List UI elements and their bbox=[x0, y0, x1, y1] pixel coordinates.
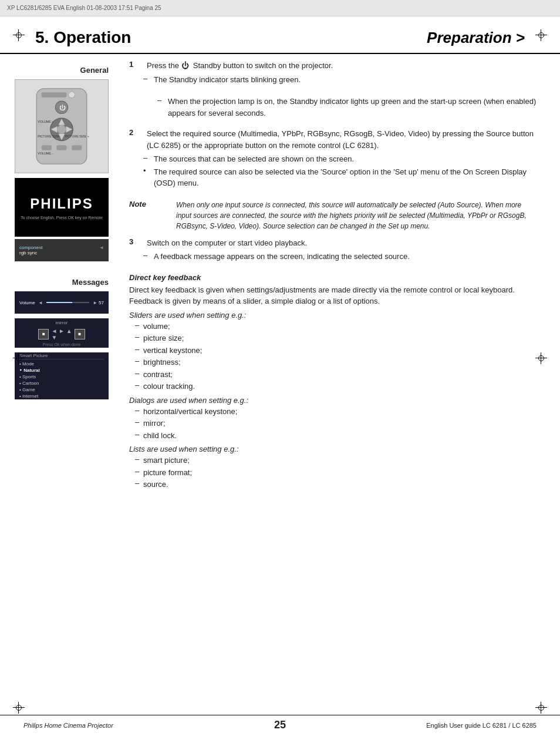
slider-dash-0: – bbox=[135, 321, 143, 330]
lamp-dash: – When the projection lamp is on, the St… bbox=[157, 96, 537, 119]
dialog-icon-1: ■ bbox=[38, 329, 49, 339]
step2-dash-sym1: – bbox=[143, 153, 154, 162]
step2-bullet-sym: • bbox=[143, 166, 154, 175]
source-screen: component ◄ rgb sync bbox=[15, 239, 109, 261]
svg-point-10 bbox=[58, 125, 66, 134]
top-header: XP LC6281/6285 EVA English 01-08-2003 17… bbox=[0, 0, 560, 16]
dialog-dash-1: – bbox=[135, 418, 143, 426]
slider-bar: Volume ◄ ► 57 bbox=[19, 300, 104, 305]
step2-number: 2 bbox=[129, 128, 143, 137]
list-header: Smart Picture bbox=[19, 353, 104, 359]
slider-dash-2: – bbox=[135, 345, 143, 354]
list-item-pictureformat: – picture format; bbox=[135, 467, 537, 479]
step1-block: 1 Press the ⏻ Standby button to switch o… bbox=[129, 60, 537, 85]
messages-intro: Direct key feedback is given when settin… bbox=[129, 284, 537, 307]
slider-dash-5: – bbox=[135, 381, 143, 389]
reg-mark-tr bbox=[535, 29, 547, 41]
list-vis-internet: • Internet bbox=[19, 393, 104, 399]
title-preparation: Preparation > bbox=[427, 29, 525, 47]
footer-center: 25 bbox=[194, 719, 365, 731]
list-screen: Smart Picture • Mode ‣ Natural • Sports … bbox=[15, 352, 109, 399]
page-wrapper: XP LC6281/6285 EVA English 01-08-2003 17… bbox=[0, 0, 560, 743]
reg-mark-br bbox=[535, 702, 547, 714]
step3-dash1-text: A feedback message appears on the screen… bbox=[154, 251, 537, 263]
general-label: General bbox=[80, 66, 109, 75]
note-text: When only one input source is connected,… bbox=[176, 200, 537, 231]
philips-logo-text: PHILIPS bbox=[30, 196, 93, 212]
dash-symbol-1: – bbox=[143, 74, 154, 83]
svg-rect-13 bbox=[72, 145, 82, 150]
list-text-1: picture format; bbox=[143, 467, 192, 479]
svg-text:⏻: ⏻ bbox=[59, 104, 66, 111]
lamp-dash-text: When the projection lamp is on, the Stan… bbox=[168, 96, 537, 119]
reg-mark-ml bbox=[13, 352, 25, 364]
dialog-text-1: mirror; bbox=[143, 418, 166, 429]
step2-block: 2 Select the required source (Multimedia… bbox=[129, 128, 537, 189]
slider-track bbox=[46, 302, 89, 303]
left-sidebar: General ⏻ bbox=[0, 54, 117, 700]
messages-label: Messages bbox=[72, 278, 109, 287]
list-dash-2: – bbox=[135, 479, 143, 488]
step3-dash-sym1: – bbox=[143, 251, 154, 260]
step2-bullet1-text: The required source can also be selected… bbox=[154, 166, 537, 189]
philips-logo-box: PHILIPS To choose English, Press OK key … bbox=[15, 178, 109, 237]
footer-right: English User guide LC 6281 / LC 6285 bbox=[366, 722, 537, 729]
remote-illustration: ⏻ PICTURE SIZE- VOLU bbox=[15, 79, 109, 173]
slider-screen: Volume ◄ ► 57 bbox=[15, 291, 109, 314]
note-label: Note bbox=[129, 200, 176, 231]
slider-item-vkeystone: – vertical keystone; bbox=[135, 345, 537, 357]
messages-heading: Direct key feedback bbox=[129, 273, 537, 282]
step1-dash1: – The Standby indicator starts blinking … bbox=[143, 74, 537, 86]
step3-dash1: – A feedback message appears on the scre… bbox=[143, 251, 537, 263]
messages-heading-block: Direct key feedback Direct key feedback … bbox=[129, 273, 537, 490]
messages-section: Messages Volume ◄ ► 57 mirror bbox=[9, 266, 109, 404]
reg-mark-tl bbox=[13, 29, 25, 41]
list-dash-0: – bbox=[135, 455, 143, 463]
list-text-2: source. bbox=[143, 479, 168, 490]
slider-text-0: volume; bbox=[143, 321, 170, 332]
remote-svg: ⏻ PICTURE SIZE- VOLU bbox=[23, 82, 100, 170]
source-item-component: component ◄ bbox=[19, 245, 104, 250]
list-item-source: – source. bbox=[135, 479, 537, 490]
dialog-screen: mirror ■ ◄ ► ▲▼ ■ Press Ok when done bbox=[15, 318, 109, 348]
source-item-rgbsync: rgb sync bbox=[19, 250, 104, 255]
svg-text:VOLUME -: VOLUME - bbox=[38, 152, 53, 155]
list-vis-mode: • Mode bbox=[19, 361, 104, 367]
slider-item-contrast: – contrast; bbox=[135, 369, 537, 381]
main-layout: General ⏻ bbox=[0, 54, 560, 700]
sliders-intro: Sliders are used when setting e.g.: bbox=[129, 311, 537, 320]
step3-header: 3 Switch on the computer or start video … bbox=[129, 237, 537, 249]
dialog-item-childlock: – child lock. bbox=[135, 430, 537, 442]
slider-dash-4: – bbox=[135, 369, 143, 378]
step2-dash1-text: The sources that can be selected are sho… bbox=[154, 153, 537, 165]
dialog-label: mirror bbox=[56, 320, 68, 325]
svg-text:VOLUME +: VOLUME + bbox=[38, 120, 53, 123]
slider-value: 57 bbox=[99, 300, 104, 305]
svg-text:PICTURE SIZE +: PICTURE SIZE + bbox=[65, 135, 89, 138]
meta-text: XP LC6281/6285 EVA English 01-08-2003 17… bbox=[7, 5, 161, 11]
slider-item-brightness: – brightness; bbox=[135, 357, 537, 368]
lists-intro: Lists are used when setting e.g.: bbox=[129, 445, 537, 453]
list-vis-cartoon: • Cartoon bbox=[19, 380, 104, 386]
svg-rect-11 bbox=[42, 145, 52, 150]
page-footer: Philips Home Cinema Projector 25 English… bbox=[0, 715, 560, 731]
reg-mark-bl bbox=[13, 702, 25, 714]
dialog-text-0: horizontal/vertical keystone; bbox=[143, 406, 237, 418]
list-item-smartpicture: – smart picture; bbox=[135, 455, 537, 466]
slider-item-picturesize: – picture size; bbox=[135, 332, 537, 344]
dialog-item-hvkeystone: – horizontal/vertical keystone; bbox=[135, 406, 537, 418]
svg-text:PICTURE SIZE-: PICTURE SIZE- bbox=[38, 135, 60, 138]
title-operation: 5. Operation bbox=[35, 28, 427, 47]
step1-header: 1 Press the ⏻ Standby button to switch o… bbox=[129, 60, 537, 72]
note-block: Note When only one input source is conne… bbox=[129, 200, 537, 231]
right-content: 1 Press the ⏻ Standby button to switch o… bbox=[117, 54, 560, 700]
step3-text: Switch on the computer or start video pl… bbox=[147, 237, 537, 249]
slider-fill bbox=[46, 302, 72, 303]
dialog-text-2: child lock. bbox=[143, 430, 177, 442]
svg-point-2 bbox=[69, 92, 75, 98]
dialog-dash-2: – bbox=[135, 430, 143, 439]
dialog-item-mirror: – mirror; bbox=[135, 418, 537, 429]
slider-dash-3: – bbox=[135, 357, 143, 365]
lamp-note: – When the projection lamp is on, the St… bbox=[143, 96, 537, 119]
step2-dash1: – The sources that can be selected are s… bbox=[143, 153, 537, 165]
